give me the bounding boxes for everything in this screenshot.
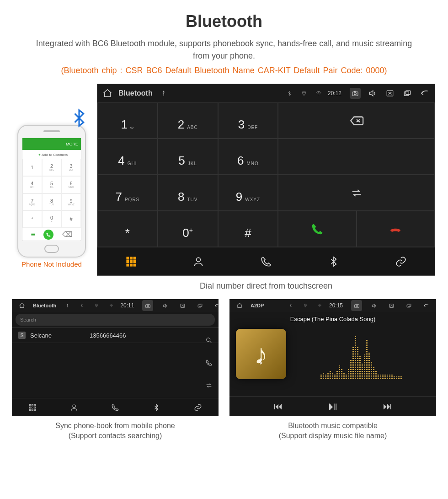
dial-key-4[interactable]: 4GHI	[97, 139, 158, 175]
phone-key[interactable]: 4GHI	[22, 176, 42, 193]
prev-track-button[interactable]: ⏮	[274, 401, 283, 412]
dial-key-3[interactable]: 3DEF	[218, 102, 278, 139]
music-caption: Bluetooth music compatible (Support disp…	[279, 421, 387, 441]
phone-key[interactable]: 5JKL	[42, 176, 62, 193]
phone-key[interactable]: 3DEF	[61, 159, 81, 176]
clock: 20:11	[120, 302, 134, 309]
tab-contacts[interactable]	[165, 247, 233, 275]
search-placeholder: Search	[20, 317, 36, 322]
tab-contacts[interactable]	[53, 398, 94, 416]
swap-button[interactable]	[278, 175, 435, 211]
phone-header: MORE	[22, 138, 81, 150]
visualizer	[293, 329, 430, 379]
recent-apps-icon[interactable]	[402, 88, 413, 99]
app-title: A2DP	[251, 303, 264, 308]
album-art: ♪	[236, 329, 286, 379]
dial-key-7[interactable]: 7PQRS	[97, 175, 158, 211]
volume-icon[interactable]	[368, 300, 379, 311]
bt-status-icon	[285, 300, 296, 311]
phone-key[interactable]: 7PQRS	[22, 193, 42, 211]
call-button[interactable]	[278, 211, 356, 247]
camera-icon[interactable]	[142, 300, 153, 311]
home-icon[interactable]	[102, 88, 113, 99]
dial-key-9[interactable]: 9WXYZ	[218, 175, 278, 211]
close-icon[interactable]	[386, 300, 397, 311]
phone-menu-icon[interactable]: ≡	[31, 231, 35, 239]
usb-icon	[62, 300, 73, 311]
phone-key[interactable]: 8TUV	[42, 193, 62, 211]
empty	[278, 139, 435, 175]
phone-backspace-icon[interactable]: ⌫	[62, 230, 73, 239]
back-icon[interactable]	[421, 300, 432, 311]
backspace-button[interactable]	[278, 102, 435, 139]
music-screenshot: A2DP 20:15 Escape (The Pina Colada	[229, 299, 436, 416]
tab-keypad[interactable]	[12, 398, 53, 416]
location-icon	[299, 88, 309, 99]
phone-key[interactable]: 2ABC	[42, 159, 62, 176]
camera-icon[interactable]	[351, 300, 362, 311]
app-title: Bluetooth	[33, 303, 56, 308]
phone-key[interactable]: 1	[22, 159, 42, 176]
camera-icon[interactable]	[350, 88, 361, 99]
dial-key-1[interactable]: 1∞	[97, 102, 158, 139]
next-track-button[interactable]: ⏭	[383, 401, 392, 412]
add-contacts-button[interactable]: Add to Contacts	[25, 152, 81, 158]
recent-apps-icon[interactable]	[194, 300, 205, 311]
home-icon[interactable]	[16, 300, 27, 311]
wifi-icon	[313, 88, 324, 99]
dialer-screenshot: Bluetooth 20:12 1∞2ABC3DEF4GHI5J	[97, 84, 435, 276]
phone-call-button[interactable]	[43, 230, 53, 240]
song-title: Escape (The Pina Colada Song)	[229, 316, 436, 322]
tab-calls[interactable]	[95, 398, 136, 416]
phone-key[interactable]: 9WXYZ	[61, 193, 81, 211]
contact-name: Seicane	[30, 332, 85, 339]
phone-key[interactable]: 0+	[42, 210, 62, 228]
sync-icon[interactable]	[203, 380, 215, 392]
contact-row[interactable]: S Seicane 13566664466	[12, 328, 219, 343]
phone-mockup: MORE Add to Contacts 12ABC3DEF4GHI5JKL6M…	[17, 125, 86, 258]
location-icon	[300, 300, 311, 311]
phone-key[interactable]: *	[22, 210, 42, 228]
contact-badge: S	[18, 332, 26, 339]
home-icon[interactable]	[234, 300, 245, 311]
location-icon	[91, 300, 102, 311]
tab-keypad[interactable]	[97, 247, 165, 275]
search-input[interactable]: Search	[16, 314, 215, 326]
contacts-screenshot: Bluetooth 20:11 Search	[12, 299, 219, 416]
page-specs: (Bluetooth chip : CSR BC6 Default Blueto…	[0, 66, 448, 84]
tab-calls[interactable]	[232, 247, 300, 275]
contact-number: 13566664466	[90, 332, 126, 339]
phone-key[interactable]: 6MNO	[61, 176, 81, 193]
dial-key-*[interactable]: *	[97, 211, 158, 247]
close-icon[interactable]	[384, 88, 395, 99]
search-icon[interactable]	[203, 334, 215, 346]
wifi-icon	[315, 300, 325, 311]
back-icon[interactable]	[212, 300, 223, 311]
dial-key-5[interactable]: 5JKL	[158, 139, 218, 175]
dial-key-0[interactable]: 0+	[158, 211, 218, 247]
hangup-button[interactable]	[357, 211, 435, 247]
play-pause-button[interactable]: ⏯	[327, 399, 339, 413]
dial-key-6[interactable]: 6MNO	[218, 139, 278, 175]
wifi-icon	[106, 300, 117, 311]
dial-key-#[interactable]: #	[218, 211, 278, 247]
dial-key-8[interactable]: 8TUV	[158, 175, 218, 211]
bt-status-icon	[284, 88, 295, 99]
volume-icon[interactable]	[160, 300, 171, 311]
page-subtitle: Integrated with BC6 Bluetooth module, su…	[0, 38, 448, 66]
recent-apps-icon[interactable]	[403, 300, 414, 311]
phone-key[interactable]: #	[61, 210, 81, 228]
music-note-icon: ♪	[254, 338, 268, 370]
volume-icon[interactable]	[367, 88, 378, 99]
call-icon[interactable]	[203, 357, 215, 369]
tab-bluetooth[interactable]	[136, 398, 177, 416]
close-icon[interactable]	[177, 300, 188, 311]
usb-icon	[158, 88, 169, 99]
tab-pair[interactable]	[177, 398, 219, 416]
clock: 20:12	[328, 90, 341, 97]
tab-pair[interactable]	[367, 247, 435, 275]
bluetooth-mini-icon	[257, 358, 264, 367]
tab-bluetooth[interactable]	[300, 247, 368, 275]
dial-key-2[interactable]: 2ABC	[158, 102, 218, 139]
back-icon[interactable]	[419, 88, 430, 99]
